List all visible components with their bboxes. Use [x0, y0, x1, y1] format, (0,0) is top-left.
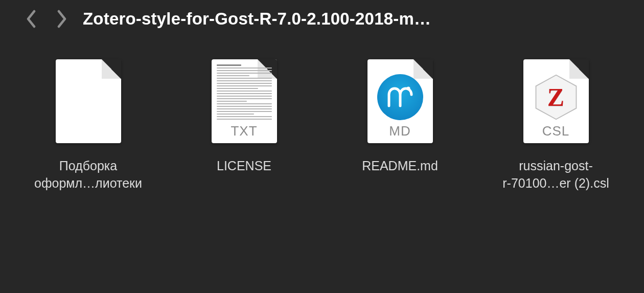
page-fold-icon — [102, 59, 121, 79]
file-label: LICENSE — [217, 157, 271, 175]
file-icon: TXT — [208, 55, 281, 147]
file-item-folder[interactable]: Подборка оформл…лиотеки — [14, 55, 163, 192]
header-bar: Zotero-style-for-Gost-R-7.0-2.100-2018-m… — [0, 0, 644, 35]
file-item-csl[interactable]: Z CSL russian-gost- r-70100…er (2).csl — [482, 55, 630, 192]
file-label: README.md — [362, 157, 438, 175]
chevron-right-icon — [56, 10, 67, 28]
md-file-icon: MD — [367, 59, 433, 143]
file-icon: Z CSL — [520, 55, 592, 147]
file-label-line: Подборка — [59, 159, 117, 173]
csl-file-icon: Z CSL — [523, 59, 589, 143]
file-label-line: оформл…лиотеки — [34, 176, 142, 190]
nav-arrows — [26, 10, 67, 28]
file-icon — [52, 55, 125, 147]
chevron-left-icon — [26, 10, 37, 28]
md-logo-icon — [377, 74, 423, 120]
file-item-readme[interactable]: MD README.md — [326, 55, 474, 192]
text-lines-icon — [217, 64, 272, 123]
file-label: Подборка оформл…лиотеки — [34, 157, 142, 192]
zotero-z-icon: Z — [547, 82, 564, 112]
file-type-badge: MD — [367, 123, 433, 139]
file-label: russian-gost- r-70100…er (2).csl — [502, 157, 609, 192]
svg-point-0 — [406, 87, 410, 91]
forward-button[interactable] — [56, 10, 67, 28]
folder-title: Zotero-style-for-Gost-R-7.0-2.100-2018-m… — [83, 9, 431, 29]
blank-file-icon — [56, 59, 121, 143]
file-type-badge: CSL — [523, 123, 589, 139]
txt-file-icon: TXT — [212, 59, 277, 143]
musescore-glyph-icon — [386, 85, 415, 109]
page-fold-icon — [413, 59, 433, 79]
file-icon: MD — [364, 55, 436, 147]
files-grid: Подборка оформл…лиотеки TXT LICENSE — [0, 35, 644, 192]
file-label-line: LICENSE — [217, 159, 271, 173]
file-item-license[interactable]: TXT LICENSE — [170, 55, 318, 192]
file-label-line: russian-gost- — [519, 159, 593, 173]
zotero-logo-icon: Z — [532, 73, 580, 121]
file-label-line: README.md — [362, 159, 438, 173]
file-label-line: r-70100…er (2).csl — [502, 176, 609, 190]
back-button[interactable] — [26, 10, 37, 28]
file-type-badge: TXT — [212, 123, 277, 139]
